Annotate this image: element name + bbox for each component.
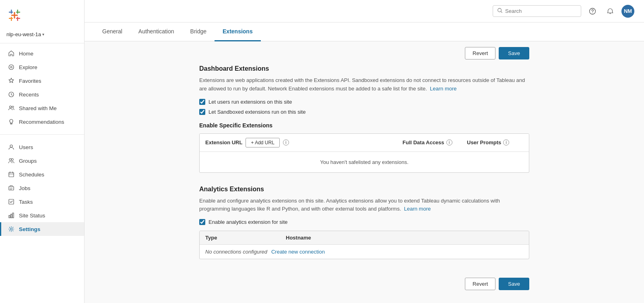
top-toolbar: Revert Save <box>199 41 529 65</box>
sidebar-item-explore[interactable]: Explore <box>0 60 84 74</box>
tab-authentication[interactable]: Authentication <box>130 23 182 41</box>
checkbox-enable-analytics: Enable analytics extension for site <box>199 219 529 225</box>
svg-point-27 <box>592 12 592 13</box>
analytics-table-header: Type Hostname <box>200 231 529 245</box>
user-icon <box>8 143 15 151</box>
sidebar-item-site-status-label: Site Status <box>19 213 45 219</box>
sidebar-item-recents[interactable]: Recents <box>0 88 84 101</box>
tabs-bar: General Authentication Bridge Extensions <box>85 23 644 41</box>
main-panel: NM General Authentication Bridge Extensi… <box>85 0 644 303</box>
enable-specific-title: Enable Specific Extensions <box>199 122 529 129</box>
search-box[interactable] <box>493 5 581 17</box>
analytics-no-connections: No connections configured <box>205 249 267 255</box>
checkbox-run-extensions: Let users run extensions on this site <box>199 99 529 105</box>
analytics-extensions-desc: Enable and configure analytics extension… <box>199 197 529 214</box>
svg-point-10 <box>9 65 14 70</box>
access-info-icon: i <box>446 139 452 145</box>
sidebar-item-schedules[interactable]: Schedules <box>0 168 84 181</box>
sidebar-item-groups[interactable]: Groups <box>0 154 84 168</box>
dashboard-extensions-section: Dashboard Extensions Extensions are web … <box>199 65 529 173</box>
clock-icon <box>8 91 15 98</box>
dashboard-extensions-desc: Extensions are web applications created … <box>199 76 529 93</box>
chevron-down-icon: ▾ <box>42 32 78 37</box>
sandboxed-extensions-checkbox[interactable] <box>199 109 205 115</box>
gear-icon <box>8 225 15 233</box>
sidebar-item-groups-label: Groups <box>19 158 37 164</box>
svg-rect-22 <box>11 214 12 218</box>
nav-divider <box>0 134 84 135</box>
svg-rect-18 <box>9 172 14 177</box>
svg-point-17 <box>11 159 13 161</box>
revert-button-bottom[interactable]: Revert <box>465 278 495 290</box>
star-icon <box>8 77 15 84</box>
sidebar-item-home[interactable]: Home <box>0 47 84 60</box>
sidebar-item-schedules-label: Schedules <box>19 172 44 178</box>
avatar[interactable]: NM <box>621 5 634 18</box>
svg-rect-5 <box>16 12 20 13</box>
shared-icon <box>8 104 15 112</box>
svg-point-11 <box>10 66 12 68</box>
save-button-bottom[interactable]: Save <box>499 278 529 290</box>
home-icon <box>8 50 15 57</box>
sidebar-item-recommendations[interactable]: Recommendations <box>0 115 84 129</box>
groups-icon <box>8 157 15 164</box>
search-input[interactable] <box>505 8 577 14</box>
sidebar-item-settings[interactable]: Settings <box>0 222 84 236</box>
notifications-icon[interactable] <box>604 5 617 18</box>
sidebar-item-shared-label: Shared with Me <box>19 105 57 111</box>
analytics-table: Type Hostname No connections configured … <box>199 231 529 259</box>
sidebar-item-favorites[interactable]: Favorites <box>0 74 84 88</box>
dashboard-extensions-title: Dashboard Extensions <box>199 65 529 72</box>
tasks-icon <box>8 198 15 205</box>
ext-access-column: Full Data Access i <box>402 139 463 145</box>
admin-nav: Users Groups Schedules Jobs Tasks <box>0 137 84 239</box>
tab-bridge[interactable]: Bridge <box>182 23 215 41</box>
content-area: Revert Save Dashboard Extensions Extensi… <box>85 41 644 303</box>
url-info-icon: i <box>283 139 289 145</box>
checkbox-sandboxed-extensions: Let Sandboxed extensions run on this sit… <box>199 109 529 115</box>
sidebar: nlp-eu-west-1a ▾ Home Explore Favorites <box>0 0 85 303</box>
revert-button-top[interactable]: Revert <box>465 47 495 59</box>
sidebar-item-site-status[interactable]: Site Status <box>0 209 84 222</box>
topbar: NM <box>85 0 644 23</box>
svg-rect-23 <box>12 213 14 218</box>
sidebar-item-favorites-label: Favorites <box>19 78 41 84</box>
ext-prompts-col-label: User Prompts <box>467 139 501 145</box>
analytics-extensions-title: Analytics Extensions <box>199 186 529 193</box>
svg-point-14 <box>12 106 14 108</box>
sidebar-item-tasks[interactable]: Tasks <box>0 195 84 209</box>
help-icon[interactable] <box>586 5 599 18</box>
sidebar-item-jobs[interactable]: Jobs <box>0 181 84 195</box>
add-url-button[interactable]: + Add URL <box>246 138 279 147</box>
analytics-hostname-col: Hostname <box>286 235 523 241</box>
sidebar-item-tasks-label: Tasks <box>19 199 33 205</box>
sidebar-item-shared[interactable]: Shared with Me <box>0 101 84 115</box>
svg-rect-1 <box>11 15 18 16</box>
enable-analytics-checkbox[interactable] <box>199 219 205 225</box>
svg-point-24 <box>10 228 12 230</box>
dashboard-learn-more-link[interactable]: Learn more <box>430 86 456 92</box>
sidebar-item-explore-label: Explore <box>19 64 37 70</box>
sidebar-item-users[interactable]: Users <box>0 140 84 154</box>
analytics-table-empty: No connections configured Create new con… <box>200 245 529 259</box>
create-new-connection-link[interactable]: Create new connection <box>271 249 325 255</box>
tab-general[interactable]: General <box>94 23 130 41</box>
run-extensions-checkbox[interactable] <box>199 99 205 105</box>
sandboxed-extensions-label: Let Sandboxed extensions run on this sit… <box>208 109 305 115</box>
svg-rect-7 <box>9 18 13 19</box>
save-button-top[interactable]: Save <box>499 47 529 59</box>
analytics-type-col: Type <box>205 235 286 241</box>
extensions-table: Extension URL + Add URL i Full Data Acce… <box>199 133 529 173</box>
site-selector[interactable]: nlp-eu-west-1a ▾ <box>0 29 84 43</box>
main-nav: Home Explore Favorites Recents Shared wi… <box>0 43 84 132</box>
svg-rect-21 <box>9 215 10 218</box>
svg-point-13 <box>10 106 12 108</box>
analytics-learn-more-link[interactable]: Learn more <box>404 206 431 212</box>
analytics-extensions-section: Analytics Extensions Enable and configur… <box>199 186 529 260</box>
tab-extensions[interactable]: Extensions <box>215 23 261 41</box>
sidebar-item-recommendations-label: Recommendations <box>19 119 64 125</box>
svg-rect-3 <box>9 12 13 13</box>
sidebar-item-recents-label: Recents <box>19 92 39 98</box>
sidebar-item-jobs-label: Jobs <box>19 185 31 191</box>
extensions-table-header: Extension URL + Add URL i Full Data Acce… <box>200 134 529 152</box>
